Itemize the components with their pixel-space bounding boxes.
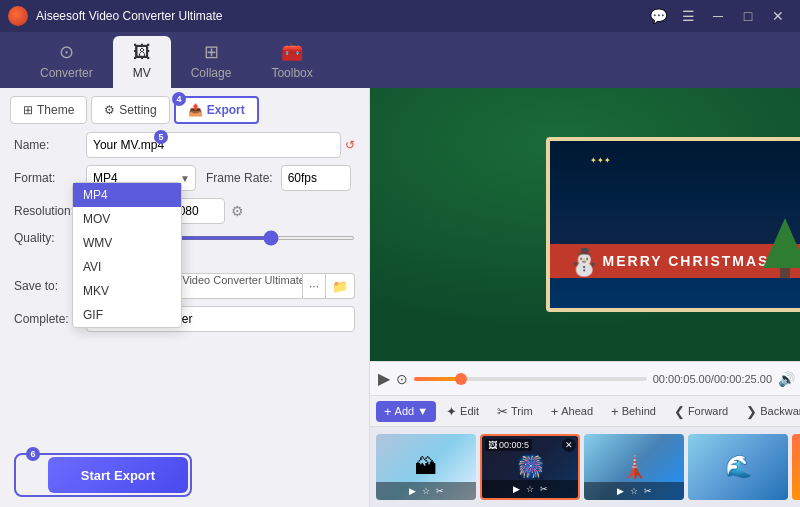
format-option-mov[interactable]: MOV: [73, 207, 181, 231]
edit-label: Edit: [460, 405, 479, 417]
trim-label: Trim: [511, 405, 533, 417]
menu-icon-btn[interactable]: ☰: [674, 6, 702, 26]
trim-button[interactable]: ✂ Trim: [489, 401, 541, 422]
backward-label: Backward: [760, 405, 800, 417]
start-export-button[interactable]: Start Export: [48, 457, 188, 493]
snowman: ⛄: [568, 247, 600, 278]
mv-icon: 🖼: [133, 42, 151, 63]
forward-chevron-icon: ❮: [674, 404, 685, 419]
theme-tab-label: Theme: [37, 103, 74, 117]
backward-button[interactable]: ❯ Backward: [738, 401, 800, 422]
thumb-play-icon-2: ▶: [513, 484, 520, 494]
chat-icon-btn[interactable]: 💬: [644, 6, 672, 26]
tab-converter[interactable]: ⊙ Converter: [20, 35, 113, 88]
thumb-play-icon-1: ▶: [409, 486, 416, 496]
title-bar: Aiseesoft Video Converter Ultimate 💬 ☰ ─…: [0, 0, 800, 32]
progress-bar[interactable]: [414, 377, 647, 381]
format-option-gif[interactable]: GIF: [73, 303, 181, 327]
export-icon: 📤: [188, 103, 203, 117]
name-row: Name: 5 ↺: [14, 132, 355, 158]
preview-image: MERRY CHRISTMAS ⛄ ✦✦✦: [370, 88, 800, 361]
sub-tab-theme[interactable]: ⊞ Theme: [10, 96, 87, 124]
form-area: Name: 5 ↺ Format: MP4 MOV WMV AVI MKV: [0, 124, 369, 447]
thumb-overlay-3: ▶ ☆ ✂: [584, 482, 684, 500]
app-title: Aiseesoft Video Converter Ultimate: [36, 9, 644, 23]
format-option-mkv[interactable]: MKV: [73, 279, 181, 303]
tab-toolbox-label: Toolbox: [271, 66, 312, 80]
thumb-cut-icon-1: ✂: [436, 486, 444, 496]
thumb-cut-icon-3: ✂: [644, 486, 652, 496]
format-option-mp4[interactable]: MP4: [73, 183, 181, 207]
stars: ✦✦✦: [590, 156, 611, 165]
format-option-avi[interactable]: AVI: [73, 255, 181, 279]
progress-thumb: [455, 373, 467, 385]
thumbnail-strip: 🏔 ▶ ☆ ✂ 🎆 🖼 00:00:5 ✕ ▶ ☆ ✂: [370, 427, 800, 507]
left-panel: ⊞ Theme ⚙ Setting 4 📤 Export Name: 5 ↺: [0, 88, 370, 507]
collage-icon: ⊞: [204, 41, 219, 63]
resolution-gear-icon[interactable]: ⚙: [231, 203, 244, 219]
time-display: 00:00:05.00/00:00:25.00: [653, 373, 772, 385]
thumbnail-1[interactable]: 🏔 ▶ ☆ ✂: [376, 434, 476, 500]
stop-button[interactable]: ⊙: [396, 371, 408, 387]
tab-collage[interactable]: ⊞ Collage: [171, 35, 252, 88]
maximize-button[interactable]: □: [734, 6, 762, 26]
sub-tab-export[interactable]: 📤 Export: [174, 96, 259, 124]
setting-gear-icon: ⚙: [104, 103, 115, 117]
thumb-star-icon-2: ☆: [526, 484, 534, 494]
ahead-label: Ahead: [561, 405, 593, 417]
thumbnail-5[interactable]: 🌅: [792, 434, 800, 500]
thumbnail-3[interactable]: 🗼 ▶ ☆ ✂: [584, 434, 684, 500]
thumb-star-icon-1: ☆: [422, 486, 430, 496]
tab-converter-label: Converter: [40, 66, 93, 80]
minimize-button[interactable]: ─: [704, 6, 732, 26]
setting-tab-label: Setting: [119, 103, 156, 117]
edit-icon: ✦: [446, 404, 457, 419]
name-reset-icon[interactable]: ↺: [345, 138, 355, 152]
thumb-bg-4: 🌊: [688, 434, 788, 500]
thumbnail-2[interactable]: 🎆 🖼 00:00:5 ✕ ▶ ☆ ✂: [480, 434, 580, 500]
export-tab-label: Export: [207, 103, 245, 117]
thumb-image-icon-2: 🖼: [488, 440, 497, 450]
forward-label: Forward: [688, 405, 728, 417]
thumb-remove-2[interactable]: ✕: [562, 438, 576, 452]
backward-chevron-icon: ❯: [746, 404, 757, 419]
thumb-overlay-2: ▶ ☆ ✂: [482, 480, 578, 498]
nav-tabs: ⊙ Converter 🖼 MV ⊞ Collage 🧰 Toolbox: [0, 32, 800, 88]
sub-tab-setting[interactable]: ⚙ Setting: [91, 96, 169, 124]
app-logo: [8, 6, 28, 26]
start-export-area: 6 Start Export: [0, 447, 369, 507]
ahead-icon: +: [551, 404, 559, 419]
save-path-folder-button[interactable]: 📁: [326, 273, 355, 299]
framerate-label: Frame Rate:: [206, 171, 273, 185]
converter-icon: ⊙: [59, 41, 74, 63]
close-button[interactable]: ✕: [764, 6, 792, 26]
save-path-dots-button[interactable]: ···: [303, 273, 326, 299]
badge-6: 6: [26, 447, 40, 461]
trim-scissors-icon: ✂: [497, 404, 508, 419]
preview-area: MERRY CHRISTMAS ⛄ ✦✦✦: [370, 88, 800, 361]
thumb-overlay-1: ▶ ☆ ✂: [376, 482, 476, 500]
edit-button[interactable]: ✦ Edit: [438, 401, 487, 422]
name-input[interactable]: [86, 132, 341, 158]
time-total: 00:00:25.00: [714, 373, 772, 385]
play-button[interactable]: ▶: [378, 369, 390, 388]
thumb-star-icon-3: ☆: [630, 486, 638, 496]
ahead-button[interactable]: + Ahead: [543, 401, 601, 422]
tab-mv[interactable]: 🖼 MV: [113, 36, 171, 88]
add-button[interactable]: + Add ▼: [376, 401, 436, 422]
format-option-wmv[interactable]: WMV: [73, 231, 181, 255]
tab-toolbox[interactable]: 🧰 Toolbox: [251, 35, 332, 88]
format-dropdown: MP4 MOV WMV AVI MKV GIF: [72, 182, 182, 328]
format-row: Format: MP4 MOV WMV AVI MKV GIF ▼ Frame …: [14, 165, 355, 191]
main-content: ⊞ Theme ⚙ Setting 4 📤 Export Name: 5 ↺: [0, 88, 800, 507]
forward-button[interactable]: ❮ Forward: [666, 401, 736, 422]
behind-button[interactable]: + Behind: [603, 401, 664, 422]
thumb-cut-icon-2: ✂: [540, 484, 548, 494]
badge-5: 5: [154, 130, 168, 144]
framerate-select[interactable]: 24fps 30fps 60fps: [281, 165, 351, 191]
add-icon: +: [384, 404, 392, 419]
thumb-bg-5: 🌅: [792, 434, 800, 500]
thumbnail-4[interactable]: 🌊: [688, 434, 788, 500]
window-controls: 💬 ☰ ─ □ ✕: [644, 6, 792, 26]
volume-icon[interactable]: 🔊: [778, 371, 795, 387]
